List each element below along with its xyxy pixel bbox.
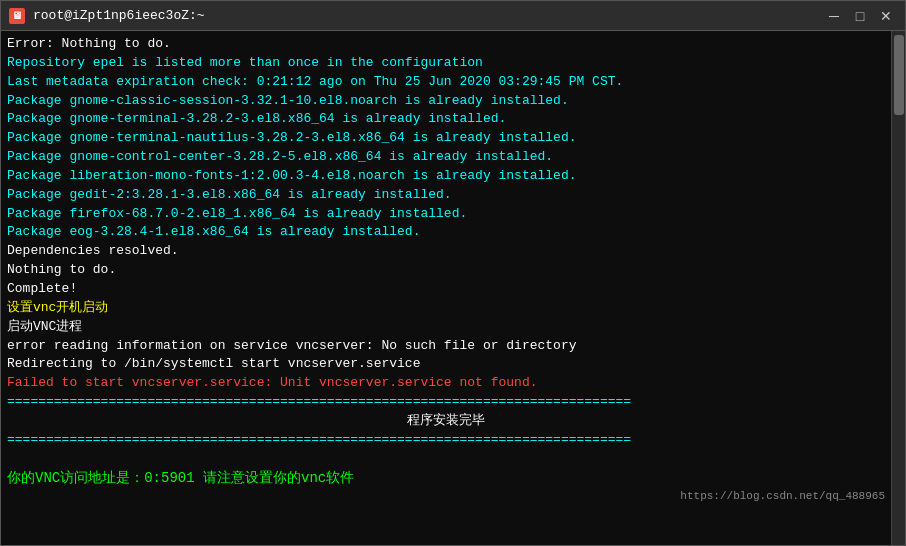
titlebar: 🖥 root@iZpt1np6ieec3oZ:~ ─ □ ✕ xyxy=(1,1,905,31)
minimize-button[interactable]: ─ xyxy=(823,5,845,27)
line-divider-2: ========================================… xyxy=(7,431,885,450)
close-button[interactable]: ✕ xyxy=(875,5,897,27)
line-8: Package liberation-mono-fonts-1:2.00.3-4… xyxy=(7,167,885,186)
line-7: Package gnome-control-center-3.28.2-5.el… xyxy=(7,148,885,167)
line-vnc-address: 你的VNC访问地址是：0:5901 请注意设置你的vnc软件 xyxy=(7,468,885,488)
titlebar-title: root@iZpt1np6ieec3oZ:~ xyxy=(33,8,815,23)
line-10: Package firefox-68.7.0-2.el8_1.x86_64 is… xyxy=(7,205,885,224)
line-18: Redirecting to /bin/systemctl start vncs… xyxy=(7,355,885,374)
line-9: Package gedit-2:3.28.1-3.el8.x86_64 is a… xyxy=(7,186,885,205)
line-12: Dependencies resolved. xyxy=(7,242,885,261)
line-link: https://blog.csdn.net/qq_488965 xyxy=(7,489,885,505)
line-1: Error: Nothing to do. xyxy=(7,35,885,54)
line-4: Package gnome-classic-session-3.32.1-10.… xyxy=(7,92,885,111)
scrollbar-thumb[interactable] xyxy=(894,35,904,115)
line-13: Nothing to do. xyxy=(7,261,885,280)
maximize-button[interactable]: □ xyxy=(849,5,871,27)
line-16: 启动VNC进程 xyxy=(7,318,885,337)
line-6: Package gnome-terminal-nautilus-3.28.2-3… xyxy=(7,129,885,148)
line-14: Complete! xyxy=(7,280,885,299)
terminal-content[interactable]: Error: Nothing to do. Repository epel is… xyxy=(1,31,891,545)
terminal-body: Error: Nothing to do. Repository epel is… xyxy=(1,31,905,545)
line-complete: 程序安装完毕 xyxy=(7,412,885,431)
line-5: Package gnome-terminal-3.28.2-3.el8.x86_… xyxy=(7,110,885,129)
line-17: error reading information on service vnc… xyxy=(7,337,885,356)
line-15: 设置vnc开机启动 xyxy=(7,299,885,318)
line-19: Failed to start vncserver.service: Unit … xyxy=(7,374,885,393)
line-divider-1: ========================================… xyxy=(7,393,885,412)
scrollbar[interactable] xyxy=(891,31,905,545)
line-2: Repository epel is listed more than once… xyxy=(7,54,885,73)
line-blank xyxy=(7,450,885,469)
line-11: Package eog-3.28.4-1.el8.x86_64 is alrea… xyxy=(7,223,885,242)
terminal-icon: 🖥 xyxy=(9,8,25,24)
terminal-window: 🖥 root@iZpt1np6ieec3oZ:~ ─ □ ✕ Error: No… xyxy=(0,0,906,546)
titlebar-controls: ─ □ ✕ xyxy=(823,5,897,27)
line-3: Last metadata expiration check: 0:21:12 … xyxy=(7,73,885,92)
